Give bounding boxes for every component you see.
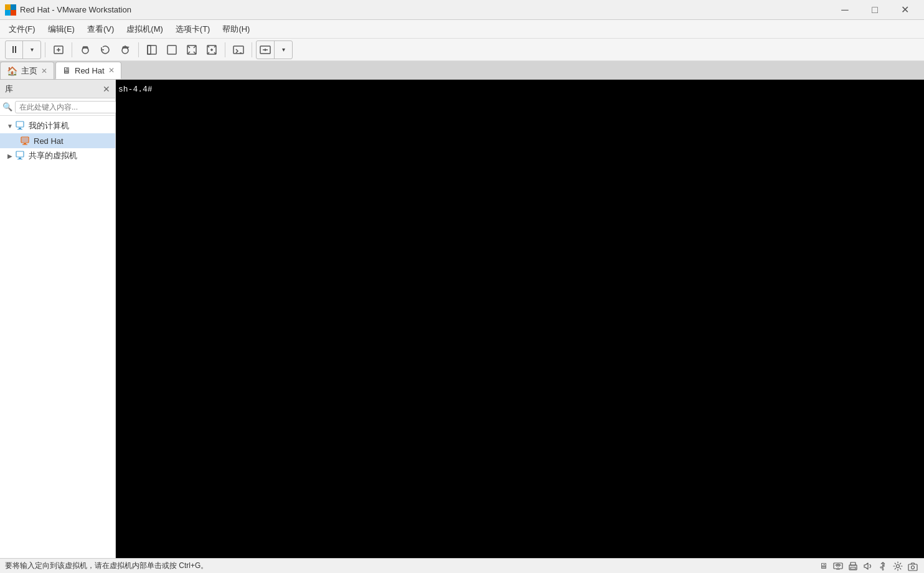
sidebar-search-area: 🔍 ▾ — [0, 98, 115, 116]
svg-rect-2 — [5, 10, 11, 16]
svg-rect-23 — [17, 159, 22, 159]
menu-view[interactable]: 查看(V) — [81, 21, 120, 37]
svg-rect-32 — [908, 564, 917, 571]
svg-rect-12 — [233, 46, 243, 54]
vm-prompt: sh-4.4# — [118, 85, 153, 94]
status-settings-icon[interactable] — [892, 561, 904, 572]
view-option-button[interactable] — [257, 41, 275, 59]
vm-icon — [20, 135, 31, 146]
snapshot-manager-button[interactable] — [116, 41, 134, 59]
svg-point-30 — [882, 569, 884, 570]
shared-vms-label: 共享的虚拟机 — [29, 150, 77, 161]
toolbar-separator-1 — [45, 42, 45, 57]
svg-rect-7 — [148, 45, 156, 54]
revert-button[interactable] — [96, 41, 115, 59]
svg-rect-28 — [851, 567, 856, 569]
svg-rect-19 — [24, 143, 26, 144]
status-print-icon[interactable] — [847, 561, 859, 572]
svg-point-25 — [837, 566, 839, 567]
tree-item-shared-vms[interactable]: ▶ 共享的虚拟机 — [0, 148, 115, 163]
search-icon: 🔍 — [2, 102, 12, 111]
svg-rect-21 — [16, 151, 24, 157]
console-button[interactable] — [229, 41, 248, 59]
send-ctrl-alt-del-button[interactable] — [49, 41, 68, 59]
full-screen-button[interactable] — [182, 41, 201, 59]
status-bar: 要将输入定向到该虚拟机，请在虚拟机内部单击或按 Ctrl+G。 🖥 — [0, 558, 924, 573]
menu-edit[interactable]: 编辑(E) — [42, 21, 81, 37]
pause-dropdown-button[interactable]: ▾ — [23, 41, 40, 59]
normal-view-button[interactable] — [143, 41, 161, 59]
view-dropdown-button[interactable]: ▾ — [275, 41, 292, 59]
redhat-label: Red Hat — [34, 136, 64, 146]
vm-screen[interactable]: sh-4.4# — [116, 80, 924, 558]
status-text: 要将输入定向到该虚拟机，请在虚拟机内部单击或按 Ctrl+G。 — [5, 561, 817, 571]
tab-home-label: 主页 — [21, 65, 37, 77]
menu-tabs[interactable]: 选项卡(T) — [169, 21, 217, 37]
pause-button[interactable]: ⏸ — [6, 41, 23, 59]
status-camera-icon[interactable] — [907, 561, 919, 572]
svg-rect-18 — [22, 138, 28, 142]
menu-bar: 文件(F) 编辑(E) 查看(V) 虚拟机(M) 选项卡(T) 帮助(H) — [0, 20, 924, 39]
status-audio-icon[interactable] — [862, 561, 874, 572]
menu-vm[interactable]: 虚拟机(M) — [120, 21, 169, 37]
tab-redhat-close[interactable]: ✕ — [108, 66, 115, 75]
svg-rect-20 — [22, 144, 27, 145]
tree-item-my-computer[interactable]: ▼ 我的计算机 — [0, 118, 115, 133]
shared-vms-icon — [15, 150, 26, 161]
svg-rect-14 — [16, 121, 24, 127]
status-bar-right: 🖥 — [817, 561, 919, 572]
expand-icon: ▼ — [5, 121, 15, 131]
tab-home-close[interactable]: ✕ — [41, 67, 47, 75]
toolbar-separator-5 — [252, 42, 252, 57]
toolbar-separator-3 — [138, 42, 139, 57]
tab-redhat[interactable]: 🖥 Red Hat ✕ — [55, 62, 121, 79]
window-controls: ─ □ ✕ — [831, 0, 919, 20]
home-tab-icon: 🏠 — [7, 66, 17, 76]
svg-point-31 — [897, 564, 900, 567]
svg-rect-1 — [11, 4, 16, 10]
unity-view-button[interactable] — [163, 41, 181, 59]
sidebar-close-button[interactable]: ✕ — [103, 84, 110, 94]
svg-rect-0 — [5, 4, 11, 10]
tab-redhat-label: Red Hat — [75, 66, 105, 75]
menu-file[interactable]: 文件(F) — [2, 21, 42, 37]
menu-help[interactable]: 帮助(H) — [216, 21, 256, 37]
title-bar: Red Hat - VMware Workstation ─ □ ✕ — [0, 0, 924, 20]
svg-rect-3 — [11, 10, 16, 16]
svg-rect-29 — [880, 567, 882, 568]
toolbar: ⏸ ▾ ▾ — [0, 39, 924, 61]
sidebar-tree: ▼ 我的计算机 — [0, 116, 115, 558]
toolbar-separator-2 — [72, 42, 72, 57]
sidebar-header: 库 ✕ — [0, 80, 115, 98]
tree-item-redhat[interactable]: Red Hat — [0, 133, 115, 148]
svg-rect-9 — [167, 45, 176, 54]
status-network-icon[interactable] — [832, 561, 844, 572]
computer-icon — [15, 120, 26, 131]
pause-button-group: ⏸ ▾ — [5, 40, 41, 59]
sidebar-title: 库 — [5, 83, 13, 95]
fit-guest-button[interactable] — [202, 41, 221, 59]
search-input[interactable] — [15, 101, 117, 113]
view-options-group: ▾ — [256, 40, 293, 59]
close-button[interactable]: ✕ — [890, 0, 919, 20]
svg-rect-15 — [19, 128, 21, 129]
snapshot-button[interactable] — [76, 41, 95, 59]
toolbar-separator-4 — [225, 42, 225, 57]
svg-point-33 — [912, 566, 915, 569]
svg-rect-16 — [17, 129, 22, 130]
status-usb-icon[interactable] — [877, 561, 889, 572]
my-computer-label: 我的计算机 — [29, 120, 69, 131]
svg-rect-22 — [19, 158, 21, 159]
sidebar: 库 ✕ 🔍 ▾ ▼ — [0, 80, 116, 558]
tabs-bar: 🏠 主页 ✕ 🖥 Red Hat ✕ — [0, 60, 924, 79]
svg-rect-8 — [148, 45, 151, 54]
maximize-button[interactable]: □ — [860, 0, 889, 20]
app-icon — [5, 4, 16, 16]
window-title: Red Hat - VMware Workstation — [20, 5, 831, 14]
tab-home[interactable]: 🏠 主页 ✕ — [0, 62, 54, 79]
status-display-icon[interactable]: 🖥 — [817, 561, 829, 572]
expand-icon-shared: ▶ — [5, 151, 15, 161]
redhat-tab-icon: 🖥 — [62, 65, 71, 75]
minimize-button[interactable]: ─ — [831, 0, 859, 20]
